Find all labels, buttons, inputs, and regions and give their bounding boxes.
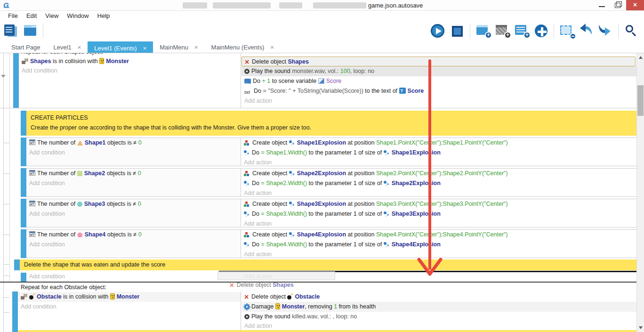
tab-mainmenu[interactable]: MainMenu× — [153, 41, 204, 53]
value-text: 0 — [138, 201, 141, 207]
add-object-icon[interactable] — [533, 23, 549, 40]
action-row[interactable]: Do = "Score: " + ToString(Variable(Score… — [242, 86, 636, 96]
text: The number of — [37, 201, 77, 207]
tab-mainmenu-events[interactable]: MainMenu (Events)× — [205, 41, 281, 53]
play-icon[interactable] — [430, 23, 446, 40]
add-action[interactable]: Add action — [242, 96, 636, 106]
drag-ghost-content: Delete object Shapes — [230, 282, 294, 288]
action-row[interactable]: Play the sound killed.wav, vol.: , loop:… — [242, 312, 636, 322]
object-ref: Obstacle — [295, 293, 320, 300]
scroll-down-icon[interactable] — [639, 326, 643, 329]
action-row[interactable]: Create object Shape4Explosion at positio… — [241, 230, 644, 240]
undo-icon[interactable] — [578, 23, 594, 40]
menu-edit[interactable]: Edit — [22, 12, 41, 19]
condition-row[interactable]: The number of Shape2 objects is ≠ 0 — [26, 169, 241, 178]
menu-help[interactable]: Help — [93, 12, 114, 19]
value-text: 0 — [138, 139, 142, 146]
action-row[interactable]: Create object Shape1Explosion at positio… — [241, 138, 644, 148]
parameter-text: monster.wav, vol.: — [292, 68, 340, 74]
close-icon[interactable]: × — [194, 44, 198, 51]
particles-icon — [244, 211, 250, 217]
add-action[interactable]: Add action — [241, 250, 644, 259]
add-condition[interactable]: Add condition — [26, 240, 241, 250]
tree-connector — [3, 173, 9, 174]
object-ref: Shapes — [273, 282, 293, 288]
tree-connector — [3, 264, 9, 265]
add-condition[interactable]: Add condition — [26, 272, 215, 281]
event-header-repeat-obstacle[interactable]: Repeat for each Obstacle object: — [18, 283, 253, 292]
search-icon[interactable] — [623, 23, 639, 40]
add-action[interactable]: Add action — [241, 219, 644, 229]
condition-row[interactable]: Shapes is in collision with Monster — [19, 57, 241, 66]
comment-delete-shape[interactable]: Delete the shape that was eaten and upda… — [20, 259, 636, 270]
add-action[interactable]: Add action — [242, 322, 636, 330]
text: Play the sound — [251, 68, 292, 74]
particles-icon — [289, 170, 295, 176]
minimize-button[interactable] — [595, 0, 610, 10]
text: Delete object — [237, 282, 273, 288]
column-divider — [241, 292, 241, 330]
scene-window-icon[interactable] — [22, 23, 38, 40]
add-condition[interactable]: Add condition — [26, 178, 241, 188]
project-manager-icon[interactable] — [3, 23, 19, 40]
close-icon[interactable]: × — [78, 44, 81, 51]
object-count-icon — [29, 231, 35, 237]
condition-row[interactable]: The number of Shape1 objects is ≠ 0 — [26, 138, 241, 148]
deselect-icon[interactable] — [559, 23, 575, 40]
action-row[interactable]: Damage Monster, removing 1 from its heal… — [242, 302, 636, 312]
tab-start-page[interactable]: Start Page — [5, 41, 47, 53]
redacted-title-segment — [279, 2, 302, 8]
parameter-text: killed.wav, vol.: , loop: no — [292, 313, 357, 320]
event-header-repeat-shapes[interactable]: Repeat for each Shapes object: — [18, 53, 253, 56]
add-scene-icon[interactable]: + — [475, 23, 491, 40]
tab-label: Start Page — [11, 44, 40, 51]
scene-variable-icon — [318, 78, 324, 84]
condition-row[interactable]: Obstacle is in collision with Monster — [18, 292, 241, 302]
action-row[interactable]: Do = Shape3.Width() to the parameter 1 o… — [241, 209, 644, 219]
damage-icon — [244, 304, 250, 309]
add-condition[interactable]: Add condition — [26, 209, 241, 219]
vertical-scrollbar[interactable] — [636, 53, 644, 332]
menu-file[interactable]: File — [4, 12, 22, 19]
tree-expander-icon[interactable] — [1, 75, 6, 78]
action-row[interactable]: Delete object Obstacle — [242, 292, 636, 302]
action-row[interactable]: Do = Shape2.Width() to the parameter 1 o… — [241, 178, 644, 188]
scrollbar-thumb[interactable] — [637, 85, 644, 116]
add-condition[interactable]: Add condition — [19, 66, 241, 76]
object-ref: Shape4Explosion — [392, 241, 441, 248]
condition-row[interactable]: The number of Shape4 objects is ≠ 0 — [26, 230, 241, 240]
add-action[interactable]: Add action — [241, 188, 644, 198]
text: is in collision with — [62, 293, 110, 300]
close-icon[interactable]: × — [143, 45, 147, 52]
comment-clipped-bottom[interactable] — [18, 330, 636, 332]
add-condition[interactable]: Add condition — [26, 148, 241, 158]
condition-row[interactable]: The number of Shape3 objects is ≠ 0 — [26, 199, 241, 209]
close-button[interactable]: × — [626, 0, 644, 10]
add-condition[interactable]: Add condition — [18, 302, 241, 312]
object-ref: Shapes — [30, 58, 51, 65]
add-external-events-icon[interactable]: + — [514, 23, 530, 40]
comment-create-particles[interactable]: CREATE PARTICLES Create the proper one a… — [26, 111, 636, 136]
particles-icon — [384, 242, 390, 247]
text-object-icon — [399, 88, 406, 94]
add-external-layout-icon[interactable]: + — [494, 23, 510, 40]
action-row[interactable]: Create object Shape3Explosion at positio… — [241, 199, 644, 209]
scroll-up-icon[interactable] — [639, 56, 643, 59]
tab-level1[interactable]: Level1× — [47, 41, 88, 53]
object-ref: Monster — [106, 58, 129, 65]
debug-icon[interactable] — [449, 23, 465, 40]
action-row-selected[interactable]: Delete object Shapes — [242, 57, 636, 66]
text: to scene variable — [270, 78, 318, 84]
add-action[interactable]: Add action — [241, 158, 644, 168]
action-row[interactable]: Play the sound monster.wav, vol.: 100, l… — [242, 66, 636, 76]
restore-button[interactable] — [610, 0, 625, 10]
menu-view[interactable]: View — [41, 12, 63, 19]
toolbar-separator — [618, 24, 619, 39]
action-row[interactable]: Do = Shape4.Width() to the parameter 1 o… — [241, 240, 644, 250]
action-row[interactable]: Do = Shape1.Width() to the parameter 1 o… — [241, 148, 644, 158]
menu-window[interactable]: Window — [63, 12, 93, 19]
close-icon[interactable]: × — [270, 44, 274, 51]
redo-icon[interactable] — [597, 23, 613, 40]
action-row[interactable]: Create object Shape2Explosion at positio… — [241, 169, 644, 178]
action-row[interactable]: Do + 1 to scene variable Score — [242, 76, 636, 86]
